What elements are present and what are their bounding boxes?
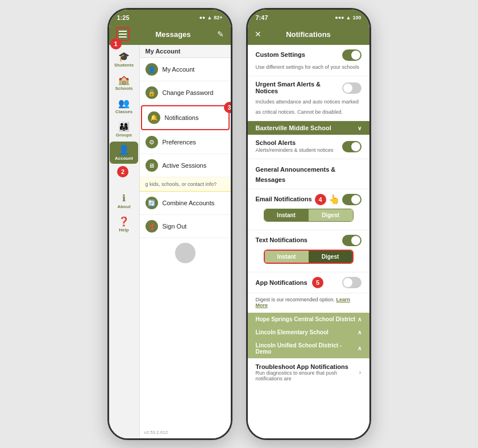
text-notifications-row: Text Notifications Instant Digest — [248, 230, 369, 272]
menu-label-preferences: Preferences — [163, 139, 196, 146]
custom-settings-subtitle: Use different settings for each of your … — [256, 64, 359, 70]
menu-item-active-sessions[interactable]: 🖥 Active Sessions — [140, 154, 231, 177]
sidebar-label-groups: Groups — [116, 132, 132, 138]
custom-settings-toggle[interactable] — [342, 49, 361, 61]
email-segment-control: Instant Digest — [264, 209, 354, 222]
troubleshoot-row[interactable]: Troubleshoot App Notifications Run diagn… — [248, 358, 369, 386]
status-icons-right: ●●● ▲ 100 — [335, 15, 361, 20]
menu-item-notifications[interactable]: 🔔 Notifications — [141, 105, 230, 130]
general-announcements-title: General Announcements & Messages — [256, 166, 336, 183]
groups-icon: 👨‍👩‍👧 — [118, 121, 130, 132]
my-account-icon: 👤 — [146, 63, 158, 76]
phone-right: 7:47 ●●● ▲ 100 ✕ Notifications Custom Se… — [246, 8, 371, 440]
chevron-up-lincoln-unified-icon: ∧ — [358, 345, 361, 351]
text-toggle-row: Text Notifications — [256, 235, 361, 246]
menu-item-my-account[interactable]: 👤 My Account — [140, 58, 231, 81]
digest-text: Digest is our recommended option. — [256, 297, 335, 302]
custom-settings-row: Custom Settings Use different settings f… — [248, 45, 369, 76]
menu-label-combine-accounts: Combine Accounts — [163, 200, 215, 206]
sidebar-label-students: Students — [114, 63, 134, 68]
school-alerts-subtitle: Alerts/reminders & student notices — [256, 147, 334, 154]
urgent-alerts-row: Urgent Smart Alerts & Notices Includes a… — [248, 76, 369, 121]
urgent-toggle-row: Urgent Smart Alerts & Notices — [256, 81, 361, 96]
header-right: ✕ Notifications — [248, 24, 369, 45]
text-instant-button[interactable]: Instant — [265, 251, 309, 263]
email-notifications-toggle[interactable] — [342, 194, 361, 205]
version-text: v2.53.2.612 — [140, 430, 168, 435]
chevron-right-icon: › — [359, 368, 361, 376]
hope-springs-name: Hope Springs Central School District — [256, 316, 356, 322]
lincoln-unified-name: Lincoln Unified School District - Demo — [256, 342, 358, 355]
hamburger-line — [119, 31, 127, 32]
sidebar-item-help[interactable]: ❓ Help — [110, 213, 138, 235]
status-bar-right: 7:47 ●●● ▲ 100 — [248, 10, 369, 24]
active-sessions-icon: 🖥 — [146, 159, 158, 172]
main-menu: My Account 👤 My Account 🔒 Change Passwor… — [140, 45, 231, 438]
user-avatar — [175, 243, 196, 263]
menu-item-preferences[interactable]: ⚙ Preferences — [140, 131, 231, 154]
sidebar-item-about[interactable]: ℹ About — [110, 190, 138, 212]
email-toggle-row: Email Notifications 4 👆 — [256, 194, 361, 205]
urgent-alerts-subtitle: Includes attendance and auto notices mar… — [256, 99, 359, 115]
sidebar-item-classes[interactable]: 👥 Classes — [110, 95, 138, 117]
sidebar-item-students[interactable]: 🎓 Students — [110, 48, 138, 70]
annotation-badge-2: 2 — [117, 166, 128, 177]
close-button[interactable]: ✕ — [255, 30, 261, 39]
school-alerts-row: School Alerts Alerts/reminders & student… — [248, 135, 369, 159]
sidebar-nav: 🎓 Students 🏫 Schools 👥 Classes 👨‍👩‍👧 Gro… — [109, 45, 140, 438]
school-alerts-title: School Alerts — [256, 139, 334, 146]
account-icon: 👤 — [118, 144, 130, 155]
menu-label-active-sessions: Active Sessions — [163, 162, 207, 169]
annotation-badge-4: 4 — [315, 194, 326, 205]
wifi-icon: ▲ — [207, 15, 212, 20]
students-icon: 🎓 — [118, 51, 130, 62]
battery-left: 82+ — [214, 15, 222, 20]
lincoln-elementary-name: Lincoln Elementary School — [256, 329, 329, 335]
baxterville-section[interactable]: Baxterville Middle School ∨ — [248, 121, 369, 135]
app-toggle-row: App Notifications 5 — [256, 277, 361, 288]
menu-label-sign-out: Sign Out — [163, 223, 187, 230]
sidebar-label-account: Account — [115, 156, 133, 161]
sidebar-item-schools[interactable]: 🏫 Schools — [110, 72, 138, 94]
hope-springs-section[interactable]: Hope Springs Central School District ∧ — [248, 313, 369, 326]
school-alerts-toggle-row: School Alerts Alerts/reminders & student… — [256, 139, 361, 154]
text-digest-button[interactable]: Digest — [309, 251, 352, 263]
battery-right: 100 — [352, 15, 361, 20]
custom-settings-title: Custom Settings — [256, 51, 305, 58]
troubleshoot-subtitle: Run diagnostics to ensure that push noti… — [256, 370, 359, 381]
classes-icon: 👥 — [118, 98, 130, 109]
sidebar-item-groups[interactable]: 👨‍👩‍👧 Groups — [110, 118, 138, 140]
email-instant-button[interactable]: Instant — [264, 209, 309, 221]
text-notifications-toggle[interactable] — [342, 235, 361, 246]
urgent-alerts-title: Urgent Smart Alerts & Notices — [256, 81, 342, 94]
annotation-badge-5: 5 — [312, 277, 323, 288]
email-digest-button[interactable]: Digest — [309, 209, 353, 221]
compose-icon[interactable]: ✎ — [217, 30, 224, 39]
school-alerts-toggle[interactable] — [342, 141, 361, 152]
combine-accounts-icon: 🔄 — [146, 197, 158, 209]
status-icons-left: ●● ▲ 82+ — [199, 15, 222, 20]
lincoln-unified-section[interactable]: Lincoln Unified School District - Demo ∧ — [248, 339, 369, 358]
menu-item-change-password[interactable]: 🔒 Change Password — [140, 81, 231, 105]
signal-icon-right: ●●● — [335, 15, 344, 20]
change-password-icon: 🔒 — [146, 86, 158, 99]
baxterville-name: Baxterville Middle School — [256, 125, 331, 131]
notifications-icon: 🔔 — [148, 111, 160, 124]
app-notifications-title: App Notifications — [256, 279, 307, 286]
app-notifications-toggle[interactable] — [342, 277, 361, 288]
email-notifications-title: Email Notifications — [256, 196, 312, 202]
menu-item-combine-accounts[interactable]: 🔄 Combine Accounts — [140, 192, 231, 215]
email-notifications-row: Email Notifications 4 👆 Instant Digest — [248, 189, 369, 230]
schools-icon: 🏫 — [118, 74, 130, 85]
lincoln-elementary-section[interactable]: Lincoln Elementary School ∧ — [248, 326, 369, 339]
about-icon: ℹ — [122, 193, 126, 204]
time-left: 1:25 — [117, 14, 130, 21]
sidebar-label-about: About — [117, 204, 130, 209]
chevron-down-icon: ∨ — [358, 125, 361, 131]
menu-item-sign-out[interactable]: 🚪 Sign Out — [140, 215, 231, 238]
text-segment-control: Instant Digest — [264, 250, 354, 264]
time-right: 7:47 — [256, 14, 268, 21]
annotation-badge-1: 1 — [110, 38, 122, 49]
sidebar-item-account[interactable]: 👤 Account — [110, 142, 138, 164]
urgent-alerts-toggle[interactable] — [342, 82, 361, 94]
